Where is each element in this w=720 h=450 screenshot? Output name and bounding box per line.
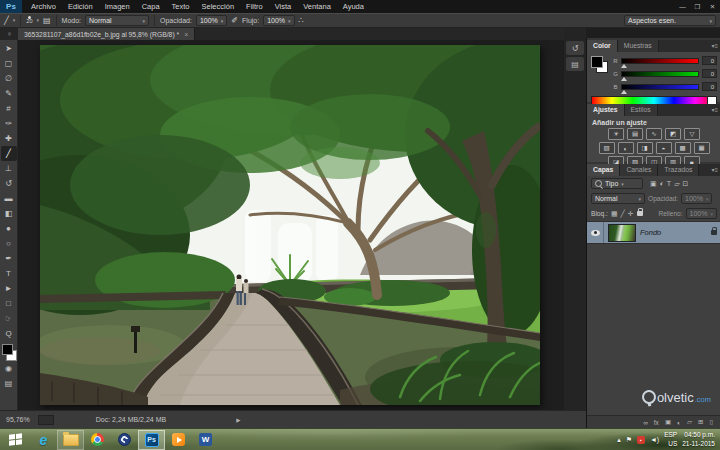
close-button[interactable]: ✕ [705, 0, 720, 13]
tab-canales[interactable]: Canales [620, 164, 658, 176]
tab-color[interactable]: Color [587, 40, 618, 52]
link-layers-icon[interactable]: ∞ [643, 419, 648, 426]
slider-thumb-icon[interactable] [621, 64, 627, 68]
slider-thumb-icon[interactable] [621, 77, 627, 81]
adjustment-brightness-contrast-icon[interactable]: ☀ [608, 128, 624, 140]
adjustment-channel-mixer-icon[interactable]: ▩ [675, 142, 691, 154]
type-tool-icon[interactable]: T [1, 266, 17, 281]
taskbar-internet-explorer[interactable]: e [30, 430, 57, 450]
panel-foreground-swatch[interactable] [591, 56, 603, 68]
filter-shape-layers-icon[interactable]: ▱ [674, 180, 679, 187]
filter-type-layers-icon[interactable]: T [667, 180, 671, 187]
green-slider[interactable] [621, 71, 699, 77]
quick-mask-icon[interactable]: ◉ [1, 361, 17, 376]
restore-button[interactable]: ❐ [690, 0, 705, 13]
move-tool-icon[interactable]: ➤ [1, 41, 17, 56]
opacity-select[interactable]: 100% [196, 15, 227, 26]
taskbar-media-player[interactable] [165, 430, 192, 450]
tab-muestras[interactable]: Muestras [618, 40, 659, 52]
path-selection-tool-icon[interactable]: ► [1, 281, 17, 296]
delete-layer-icon[interactable]: ▯ [709, 418, 713, 426]
layer-thumbnail[interactable] [608, 224, 636, 242]
eye-icon[interactable] [591, 230, 600, 236]
document-tab[interactable]: 3653281107_a86d1fb02e_b.jpg al 95,8% (RG… [18, 28, 195, 40]
new-adjustment-layer-icon[interactable]: ◐ [677, 419, 681, 426]
foreground-color-swatch[interactable] [2, 344, 13, 355]
menu-vista[interactable]: Vista [269, 0, 298, 13]
lock-pixels-icon[interactable]: ╱ [621, 210, 625, 217]
brush-tool-button-icon[interactable]: ╱ [1, 146, 17, 161]
filter-smart-objects-icon[interactable]: ⊡ [683, 180, 689, 187]
brush-preset-picker[interactable]: 20 [26, 16, 32, 25]
shape-tool-icon[interactable]: □ [1, 296, 17, 311]
green-value[interactable]: 0 [702, 69, 717, 78]
menu-texto[interactable]: Texto [166, 0, 196, 13]
minimize-button[interactable]: — [675, 0, 690, 13]
hand-tool-icon[interactable]: ☞ [1, 311, 17, 326]
new-layer-icon[interactable]: ⊞ [698, 418, 703, 426]
tool-preset-caret-icon[interactable]: ▾ [13, 18, 16, 23]
filter-pixel-layers-icon[interactable]: ▣ [650, 180, 657, 187]
red-value[interactable]: 0 [702, 56, 717, 65]
menu-edicion[interactable]: Edición [62, 0, 99, 13]
color-swatches[interactable] [1, 344, 17, 361]
menu-archivo[interactable]: Archivo [25, 0, 62, 13]
tab-close-icon[interactable]: × [184, 31, 188, 38]
layer-style-icon[interactable]: fx [654, 419, 659, 426]
tab-ajustes[interactable]: Ajustes [587, 104, 625, 116]
pen-tool-icon[interactable]: ✒ [1, 251, 17, 266]
adjustment-vibrance-icon[interactable]: ▽ [684, 128, 700, 140]
adjustment-levels-icon[interactable]: ▤ [627, 128, 643, 140]
blue-slider[interactable] [621, 84, 699, 90]
panel-color-swatches[interactable] [591, 56, 608, 73]
clone-stamp-tool-icon[interactable]: ⊥ [1, 161, 17, 176]
menu-ventana[interactable]: Ventana [297, 0, 337, 13]
panel-menu-icon[interactable]: ▾≡ [711, 164, 718, 176]
layer-row-fondo[interactable]: Fondo [587, 221, 720, 244]
volume-icon[interactable]: ◄) [650, 436, 659, 443]
adjustment-exposure-icon[interactable]: ◩ [665, 128, 681, 140]
dodge-tool-icon[interactable]: ○ [1, 236, 17, 251]
red-slider[interactable] [621, 58, 699, 64]
quick-selection-tool-icon[interactable]: ✎ [1, 86, 17, 101]
layer-fill-select[interactable]: 100% [686, 208, 717, 219]
clock[interactable]: 04:50 p.m. 21-11-2015 [682, 431, 715, 447]
zoom-percentage[interactable]: 95,76% [6, 416, 30, 423]
airbrush-icon[interactable]: ∴ [299, 17, 304, 25]
taskbar-screen-recorder[interactable] [111, 430, 138, 450]
eraser-tool-icon[interactable]: ▬ [1, 191, 17, 206]
tab-trazados[interactable]: Trazados [658, 164, 699, 176]
layer-opacity-select[interactable]: 100% [681, 193, 712, 204]
lock-position-icon[interactable]: ✛ [628, 210, 634, 217]
brush-preset-caret-icon[interactable]: ▾ [36, 18, 39, 23]
zoom-tool-icon[interactable]: Q [1, 326, 17, 341]
lasso-tool-icon[interactable]: ∅ [1, 71, 17, 86]
menu-capa[interactable]: Capa [136, 0, 166, 13]
layer-mask-icon[interactable]: ▣ [665, 418, 671, 426]
layer-blend-mode-select[interactable]: Normal [591, 193, 645, 204]
adjustment-hue-saturation-icon[interactable]: ▧ [599, 142, 615, 154]
language-indicator[interactable]: ESP US [664, 431, 677, 447]
workspace-switcher[interactable]: Aspectos esen. [624, 15, 716, 26]
blue-value[interactable]: 0 [702, 82, 717, 91]
taskbar-file-explorer[interactable] [57, 430, 84, 450]
action-center-flag-icon[interactable]: ⚑ [626, 436, 632, 443]
flow-select[interactable]: 100% [263, 15, 294, 26]
taskbar-photoshop[interactable]: Ps [138, 430, 165, 450]
taskbar-word[interactable]: W [192, 430, 219, 450]
history-brush-tool-icon[interactable]: ↺ [1, 176, 17, 191]
recording-indicator-icon[interactable]: ▪ [637, 436, 645, 444]
gradient-tool-icon[interactable]: ◧ [1, 206, 17, 221]
layer-filter-select[interactable]: Tipo [591, 178, 643, 189]
blend-mode-select[interactable]: Normal [85, 15, 149, 26]
canvas-pasteboard[interactable] [18, 40, 564, 410]
lock-transparency-icon[interactable]: ▦ [611, 210, 618, 217]
eyedropper-tool-icon[interactable]: ✑ [1, 116, 17, 131]
history-panel-icon[interactable]: ↺ [566, 41, 584, 55]
new-group-icon[interactable]: ▱ [687, 418, 692, 426]
panel-menu-icon[interactable]: ▾≡ [711, 104, 718, 116]
filter-adjustment-layers-icon[interactable]: ◐ [660, 180, 664, 187]
properties-panel-icon[interactable]: ▤ [566, 57, 584, 71]
pressure-opacity-icon[interactable]: ✐ [231, 17, 238, 25]
layer-visibility-cell[interactable] [591, 222, 604, 243]
